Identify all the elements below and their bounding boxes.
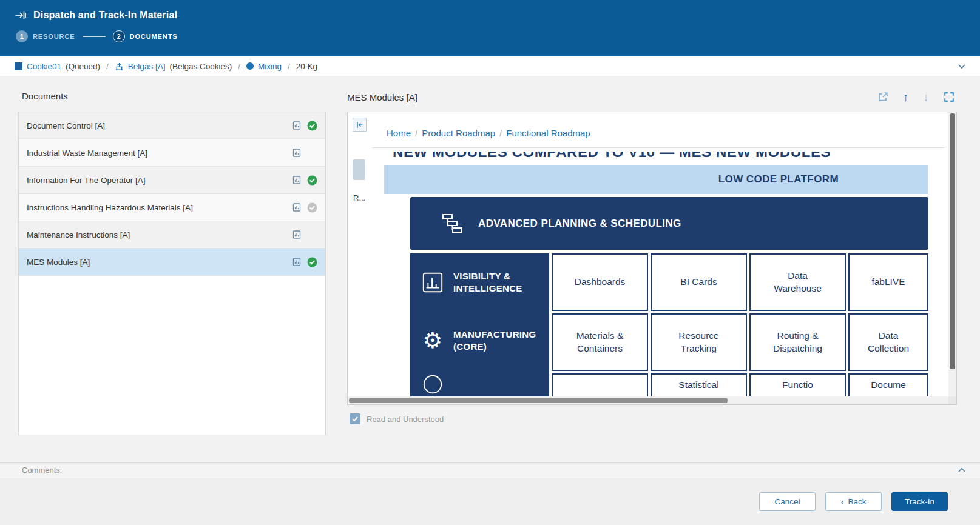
vertical-scrollbar[interactable] xyxy=(948,112,956,396)
track-in-button[interactable]: Track-In xyxy=(891,492,948,511)
gear-icon: ⚙ xyxy=(421,330,444,352)
step-2-label: DOCUMENTS xyxy=(130,33,178,40)
document-list-item[interactable]: Industrial Waste Management [A] xyxy=(19,139,325,167)
horizontal-scrollbar[interactable] xyxy=(348,396,948,404)
vertical-scrollbar-thumb[interactable] xyxy=(950,113,955,369)
module-cell: Routing & Dispatching xyxy=(749,313,846,371)
material-state: (Queued) xyxy=(66,62,100,71)
document-list-item[interactable]: Instructions Handling Hazardous Material… xyxy=(19,194,325,221)
checkbox-check-icon xyxy=(351,415,359,423)
report-icon xyxy=(292,230,302,239)
viewer-sidebar: R... xyxy=(348,112,371,404)
track-in-icon xyxy=(15,9,27,21)
embedded-document: Home/Product Roadmap/Functional Roadmap … xyxy=(371,112,956,404)
preview-actions: ↑ ↓ xyxy=(877,92,957,103)
next-document-arrow-down-icon[interactable]: ↓ xyxy=(924,92,930,103)
breadcrumb-separator: / xyxy=(499,128,502,138)
module-cell: Resource Tracking xyxy=(651,313,747,371)
title-row: Dispatch and Track-In Material xyxy=(15,9,965,21)
step-documents[interactable]: 2 DOCUMENTS xyxy=(113,30,178,42)
aps-label: ADVANCED PLANNING & SCHEDULING xyxy=(478,218,681,230)
flow-step-dot-icon xyxy=(246,62,254,70)
module-cell: Dashboards xyxy=(552,253,648,311)
document-list-item-selected[interactable]: MES Modules [A] xyxy=(19,249,325,276)
approved-check-icon xyxy=(307,121,317,131)
chevron-up-icon[interactable] xyxy=(957,466,967,475)
category-label: VISIBILITY & INTELLIGENCE xyxy=(453,270,544,294)
context-bar: Cookie01 (Queued) / Belgas [A] (Belgas C… xyxy=(0,56,980,76)
gantt-icon xyxy=(441,212,465,236)
doc-breadcrumb: Home/Product Roadmap/Functional Roadmap xyxy=(371,112,948,147)
back-button[interactable]: ‹ Back xyxy=(825,492,882,511)
collapse-panel-button[interactable] xyxy=(353,118,367,132)
banner-label: LOW CODE PLATFORM xyxy=(718,173,839,186)
report-icon xyxy=(292,148,302,158)
flow-step-link[interactable]: Mixing xyxy=(258,62,282,71)
app-header: Dispatch and Track-In Material 1 RESOURC… xyxy=(0,0,980,56)
read-checkbox-label: Read and Understood xyxy=(367,415,444,424)
document-name: Document Control [A] xyxy=(27,121,292,130)
sidebar-collapsed-label: R... xyxy=(353,193,371,202)
breadcrumb-functional-roadmap[interactable]: Functional Roadmap xyxy=(506,128,590,138)
module-cell: Data Collection xyxy=(848,313,928,371)
context-separator: / xyxy=(238,62,240,71)
step-1-circle: 1 xyxy=(16,30,28,42)
cancel-button[interactable]: Cancel xyxy=(759,492,816,511)
empty-status-slot xyxy=(307,230,317,240)
module-cell: BI Cards xyxy=(651,253,747,311)
back-chevron-icon: ‹ xyxy=(840,497,843,506)
expand-fullscreen-icon[interactable] xyxy=(944,92,955,102)
step-resource[interactable]: 1 RESOURCE xyxy=(16,30,75,42)
breadcrumb-separator: / xyxy=(415,128,417,138)
quantity-value: 20 Kg xyxy=(296,62,317,71)
step-1-label: RESOURCE xyxy=(33,33,75,40)
resource-description: (Belgas Cookies) xyxy=(169,62,232,71)
clipped-heading: NEW MODULES COMPARED TO V10 — MES NEW MO… xyxy=(393,152,928,162)
step-connector xyxy=(83,36,106,37)
resource-link[interactable]: Belgas [A] xyxy=(128,62,166,71)
document-list-item[interactable]: Document Control [A] xyxy=(19,112,325,139)
context-separator: / xyxy=(288,62,290,71)
document-preview-panel: MES Modules [A] ↑ ↓ R... xyxy=(347,91,957,462)
document-viewer: R... Home/Product Roadmap/Functional Roa… xyxy=(347,112,957,405)
open-external-icon[interactable] xyxy=(877,92,888,102)
material-link[interactable]: Cookie01 xyxy=(27,62,61,71)
back-button-label: Back xyxy=(848,497,866,506)
chevron-down-icon[interactable] xyxy=(957,61,967,71)
report-icon xyxy=(292,257,302,267)
breadcrumb-home[interactable]: Home xyxy=(387,128,411,138)
report-icon xyxy=(292,202,302,212)
low-code-platform-banner: LOW CODE PLATFORM xyxy=(384,165,928,194)
main-content: Documents Document Control [A] Industria… xyxy=(0,76,980,462)
read-confirmation-row: Read and Understood xyxy=(347,413,957,424)
footer-actions: Cancel ‹ Back Track-In xyxy=(0,478,980,525)
doc-scrolled-content: NEW MODULES COMPARED TO V10 — MES NEW MO… xyxy=(371,148,948,404)
module-cell: Data Warehouse xyxy=(749,253,846,311)
document-name: Industrial Waste Management [A] xyxy=(27,149,292,158)
comments-section[interactable]: Comments: xyxy=(0,462,980,478)
documents-panel-title: Documents xyxy=(22,91,326,103)
breadcrumb-product-roadmap[interactable]: Product Roadmap xyxy=(422,128,495,138)
read-checkbox[interactable] xyxy=(350,413,360,424)
circle-icon xyxy=(421,373,444,396)
comments-label: Comments: xyxy=(22,466,62,475)
category-manufacturing: ⚙ MANUFACTURING (CORE) xyxy=(410,312,549,370)
resource-icon xyxy=(115,62,124,71)
document-list-item[interactable]: Information For The Operator [A] xyxy=(19,167,325,194)
horizontal-scrollbar-thumb[interactable] xyxy=(349,398,728,403)
modules-grid: VISIBILITY & INTELLIGENCE ⚙ MANUFACTURIN… xyxy=(410,253,928,404)
report-icon xyxy=(292,121,302,130)
module-cell: fabLIVE xyxy=(848,253,928,311)
preview-title: MES Modules [A] xyxy=(347,92,417,102)
previous-document-arrow-up-icon[interactable]: ↑ xyxy=(903,92,909,103)
document-list-item[interactable]: Maintenance Instructions [A] xyxy=(19,221,325,249)
sidebar-scroll-thumb[interactable] xyxy=(353,159,365,180)
pending-check-icon xyxy=(307,202,317,213)
collapse-panel-icon xyxy=(356,121,364,129)
document-name: MES Modules [A] xyxy=(27,258,292,267)
documents-list: Document Control [A] Industrial Waste Ma… xyxy=(18,112,326,435)
category-column: VISIBILITY & INTELLIGENCE ⚙ MANUFACTURIN… xyxy=(410,253,549,404)
category-label: MANUFACTURING (CORE) xyxy=(453,329,544,352)
module-cell: Materials & Containers xyxy=(552,313,648,371)
dispatch-track-in-dialog: Dispatch and Track-In Material 1 RESOURC… xyxy=(0,0,980,525)
